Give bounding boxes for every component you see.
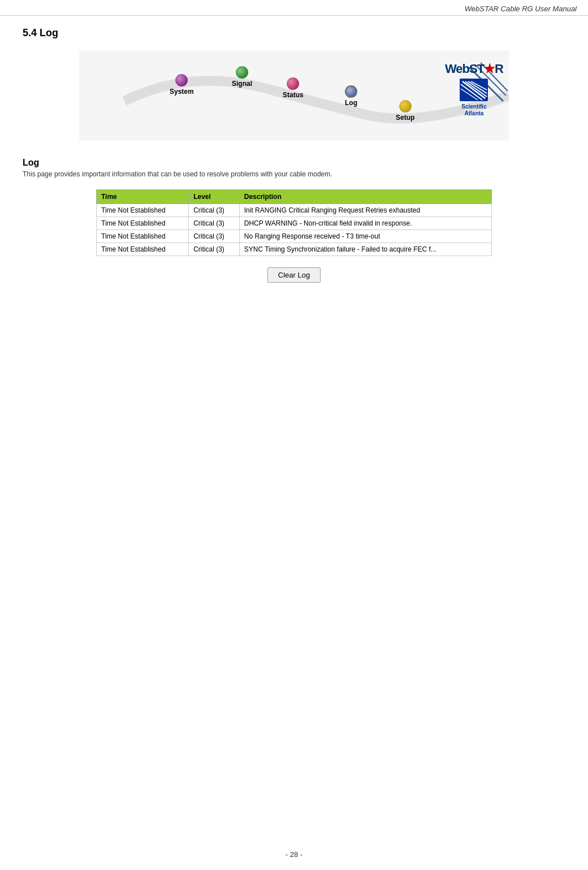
page-footer: - 28 -: [0, 850, 588, 859]
scientific-atlanta-logo: [460, 79, 488, 101]
setup-dot: [399, 100, 412, 112]
table-row: Time Not Established Critical (3) SYNC T…: [97, 243, 492, 256]
webstar-logo: WebST★R: [445, 62, 503, 76]
cell-level-2: Critical (3): [189, 230, 240, 243]
cell-desc-1: DHCP WARNING - Non-critical field invali…: [239, 217, 491, 230]
nav-item-system[interactable]: System: [170, 74, 194, 96]
button-area: Clear Log: [23, 267, 565, 283]
manual-title: WebSTAR Cable RG User Manual: [465, 5, 577, 13]
cell-desc-3: SYNC Timing Synchronization failure - Fa…: [239, 243, 491, 256]
cell-desc-0: Init RANGING Critical Ranging Request Re…: [239, 204, 491, 217]
logo-area: WebST★R ScientificAtlanta: [445, 62, 503, 117]
table-header: Time Level Description: [97, 190, 492, 204]
cell-desc-2: No Ranging Response received - T3 time-o…: [239, 230, 491, 243]
page-header: WebSTAR Cable RG User Manual: [0, 0, 588, 16]
col-header-description: Description: [239, 190, 491, 204]
cell-level-3: Critical (3): [189, 243, 240, 256]
nav-item-status[interactable]: Status: [283, 77, 304, 99]
cell-time-3: Time Not Established: [97, 243, 189, 256]
scientific-atlanta-label: ScientificAtlanta: [461, 103, 486, 117]
cell-level-0: Critical (3): [189, 204, 240, 217]
table-row: Time Not Established Critical (3) Init R…: [97, 204, 492, 217]
table-row: Time Not Established Critical (3) DHCP W…: [97, 217, 492, 230]
clear-log-button[interactable]: Clear Log: [267, 267, 321, 283]
desc-text: This page provides important information…: [23, 170, 565, 178]
nav-item-log[interactable]: Log: [345, 85, 357, 107]
log-table: Time Level Description Time Not Establis…: [96, 189, 492, 256]
nav-item-signal[interactable]: Signal: [232, 66, 252, 88]
star-icon: ★: [484, 62, 495, 76]
system-dot: [175, 74, 188, 86]
signal-dot: [236, 66, 248, 79]
nav-label-setup: Setup: [396, 114, 414, 122]
log-dot: [345, 85, 357, 98]
table-header-row: Time Level Description: [97, 190, 492, 204]
col-header-time: Time: [97, 190, 189, 204]
cell-time-0: Time Not Established: [97, 204, 189, 217]
cell-time-2: Time Not Established: [97, 230, 189, 243]
nav-label-status: Status: [283, 91, 304, 99]
log-table-container: Time Level Description Time Not Establis…: [96, 189, 492, 256]
table-row: Time Not Established Critical (3) No Ran…: [97, 230, 492, 243]
desc-title: Log: [23, 158, 565, 168]
nav-area: System Signal Status Log Setup WebST★R: [79, 50, 509, 141]
nav-label-signal: Signal: [232, 80, 252, 88]
col-header-level: Level: [189, 190, 240, 204]
content-area: 5.4 Log System Signal Status: [0, 16, 588, 305]
page-number: - 28 -: [286, 850, 302, 859]
nav-item-setup[interactable]: Setup: [396, 100, 414, 122]
description-section: Log This page provides important informa…: [23, 158, 565, 178]
cell-level-1: Critical (3): [189, 217, 240, 230]
table-body: Time Not Established Critical (3) Init R…: [97, 204, 492, 256]
status-dot: [287, 77, 299, 90]
cell-time-1: Time Not Established: [97, 217, 189, 230]
nav-label-log: Log: [345, 99, 357, 107]
nav-label-system: System: [170, 88, 194, 96]
section-heading: 5.4 Log: [23, 27, 565, 39]
